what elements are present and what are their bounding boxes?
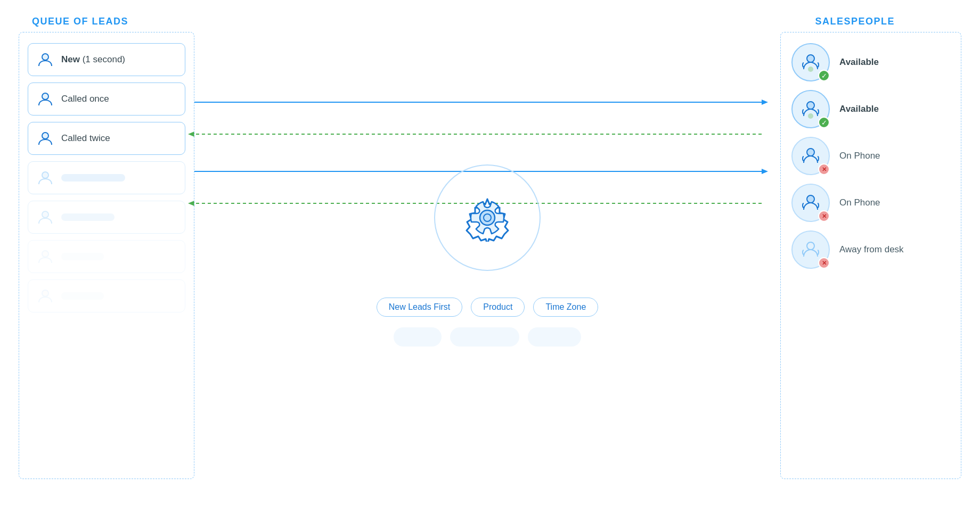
svg-point-20 <box>808 67 813 72</box>
person-icon-ph4 <box>37 287 54 304</box>
avatar-wrap-1: ✓ <box>791 43 830 81</box>
person-icon-ph2 <box>37 209 54 226</box>
avatar-wrap-5: ✕ <box>791 230 830 269</box>
gear-circle <box>434 164 541 271</box>
status-badge-away: ✕ <box>818 257 830 269</box>
lead-label-called-twice: Called twice <box>61 133 110 144</box>
tags-row: New Leads First Product Time Zone <box>377 298 599 317</box>
svg-point-17 <box>480 210 495 225</box>
lead-label-new: New (1 second) <box>61 54 125 65</box>
status-badge-available-2: ✓ <box>818 117 830 128</box>
svg-point-10 <box>42 133 48 139</box>
queue-panel: New (1 second) Called once Called twice <box>19 32 194 479</box>
tag-new-leads[interactable]: New Leads First <box>377 298 463 317</box>
person-icon-ph1 <box>37 169 54 186</box>
avatar-wrap-2: ✓ <box>791 90 830 128</box>
salesperson-status-2: Available <box>839 104 879 114</box>
lead-card-ph1 <box>28 161 185 194</box>
tag-placeholder-2 <box>450 327 519 347</box>
lead-card-ph2 <box>28 201 185 234</box>
svg-point-19 <box>807 55 814 62</box>
queue-header: QUEUE OF LEADS <box>32 16 128 27</box>
gear-icon-detailed <box>463 194 511 242</box>
svg-point-11 <box>42 172 48 178</box>
salesperson-status-1: Available <box>839 57 879 68</box>
person-icon-called-twice <box>37 130 54 147</box>
headset-icon-4 <box>799 192 822 214</box>
svg-point-22 <box>808 113 813 119</box>
tag-product[interactable]: Product <box>471 298 525 317</box>
person-icon-called-once <box>37 90 54 108</box>
salesperson-status-5: Away from desk <box>839 244 904 255</box>
status-badge-busy-1: ✕ <box>818 163 830 175</box>
sales-header: SALESPEOPLE <box>815 16 895 27</box>
svg-point-24 <box>807 195 814 203</box>
lead-placeholder-1 <box>61 174 125 182</box>
svg-point-23 <box>807 149 814 156</box>
svg-point-25 <box>807 242 814 250</box>
headset-icon-1 <box>799 51 822 73</box>
status-badge-available-1: ✓ <box>818 70 830 81</box>
center-area: New Leads First Product Time Zone <box>194 32 780 479</box>
lead-card-ph3 <box>28 240 185 273</box>
svg-point-21 <box>807 102 814 109</box>
status-badge-busy-2: ✕ <box>818 210 830 222</box>
person-icon-new <box>37 51 54 68</box>
headset-icon-3 <box>799 145 822 167</box>
salesperson-on-phone-1: ✕ On Phone <box>791 137 950 175</box>
person-icon-ph3 <box>37 248 54 265</box>
headset-icon-5 <box>799 238 822 261</box>
svg-point-13 <box>42 251 48 257</box>
lead-card-new[interactable]: New (1 second) <box>28 43 185 76</box>
svg-point-8 <box>42 54 48 60</box>
salesperson-away: ✕ Away from desk <box>791 230 950 269</box>
sales-panel: ✓ Available ✓ Available <box>780 32 961 479</box>
salesperson-available-1: ✓ Available <box>791 43 950 81</box>
tags-row-faded <box>394 327 581 347</box>
svg-point-12 <box>42 211 48 218</box>
lead-placeholder-4 <box>61 292 104 300</box>
tag-placeholder-3 <box>528 327 581 347</box>
lead-card-called-once[interactable]: Called once <box>28 83 185 116</box>
salesperson-status-3: On Phone <box>839 151 880 161</box>
salesperson-available-2: ✓ Available <box>791 90 950 128</box>
salesperson-on-phone-2: ✕ On Phone <box>791 184 950 222</box>
page-container: QUEUE OF LEADS SALESPEOPLE New (1 second… <box>0 0 980 511</box>
salesperson-status-4: On Phone <box>839 197 880 208</box>
lead-card-called-twice[interactable]: Called twice <box>28 122 185 155</box>
avatar-wrap-4: ✕ <box>791 184 830 222</box>
lead-card-ph4 <box>28 279 185 312</box>
headset-icon-2 <box>799 98 822 120</box>
svg-point-14 <box>42 290 48 296</box>
tag-time-zone[interactable]: Time Zone <box>533 298 598 317</box>
lead-label-called-once: Called once <box>61 94 109 104</box>
lead-placeholder-2 <box>61 213 115 221</box>
tag-placeholder-1 <box>394 327 442 347</box>
svg-point-9 <box>42 93 48 100</box>
lead-placeholder-3 <box>61 253 104 260</box>
avatar-wrap-3: ✕ <box>791 137 830 175</box>
